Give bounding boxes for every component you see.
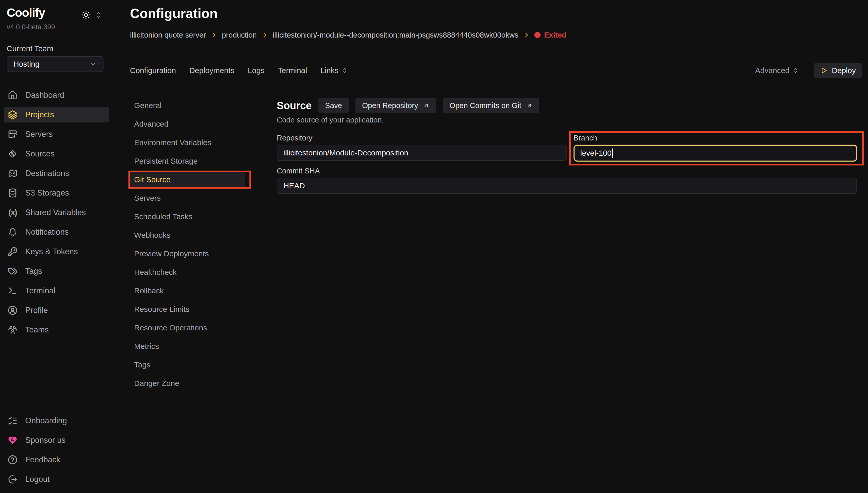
arrow-up-right-icon: [423, 102, 429, 109]
theme-toggle-button[interactable]: [81, 10, 91, 20]
tab-label: Logs: [248, 66, 264, 75]
subnav-item-scheduled-tasks[interactable]: Scheduled Tasks: [130, 207, 245, 226]
sidebar-item-dashboard[interactable]: Dashboard: [0, 85, 113, 105]
team-select-value: Hosting: [14, 60, 40, 68]
subnav-item-danger-zone[interactable]: Danger Zone: [130, 374, 245, 393]
subnav-item-git-source[interactable]: Git Source: [130, 172, 245, 187]
subnav-item-persistent-storage[interactable]: Persistent Storage: [130, 152, 245, 170]
sidebar-item-teams[interactable]: Teams: [0, 320, 113, 340]
sidebar-item-label: Tags: [25, 266, 42, 276]
branch-label: Branch: [573, 133, 857, 143]
sidebar-item-profile[interactable]: Profile: [0, 301, 113, 320]
sidebar-item-notifications[interactable]: Notifications: [0, 222, 113, 242]
source-heading: Source: [277, 100, 312, 111]
sidebar-item-label: S3 Storages: [25, 188, 69, 198]
team-select[interactable]: Hosting: [7, 56, 104, 72]
tab-deployments[interactable]: Deployments: [189, 66, 234, 75]
advanced-toggle[interactable]: Advanced: [755, 66, 799, 75]
sidebar: Coolify v4.0.0-beta.399 Current Team Hos…: [0, 0, 113, 493]
breadcrumb-environment[interactable]: production: [222, 31, 257, 39]
sidebar-item-feedback[interactable]: Feedback: [0, 450, 113, 470]
source-header: Source Save Open Repository Open Commits…: [277, 98, 539, 113]
open-commits-button[interactable]: Open Commits on Git: [443, 98, 539, 113]
subnav-item-rollback[interactable]: Rollback: [130, 281, 245, 300]
sidebar-item-keys-tokens[interactable]: Keys & Tokens: [0, 242, 113, 261]
branch-field: Branch level-100: [573, 133, 857, 162]
subnav-item-general[interactable]: General: [130, 96, 245, 115]
repository-input[interactable]: [277, 145, 567, 161]
status-dot-icon: [534, 32, 541, 38]
help-icon: [8, 455, 18, 465]
sidebar-item-sources[interactable]: Sources: [0, 144, 113, 164]
checklist-icon: [8, 416, 18, 426]
subnav-label: Scheduled Tasks: [134, 212, 192, 221]
tags-icon: [8, 266, 18, 276]
home-icon: [8, 90, 18, 100]
sidebar-item-label: Teams: [25, 325, 49, 335]
tab-terminal[interactable]: Terminal: [278, 66, 307, 75]
subnav-label: Advanced: [134, 120, 168, 128]
sidebar-item-label: Projects: [25, 110, 54, 120]
commit-sha-field: Commit SHA: [277, 166, 857, 194]
subnav-label: Rollback: [134, 286, 164, 295]
sidebar-item-tags[interactable]: Tags: [0, 261, 113, 281]
source-description: Code source of your application.: [277, 116, 384, 124]
app-version: v4.0.0-beta.399: [7, 23, 55, 31]
branch-input[interactable]: level-100: [573, 145, 857, 162]
sidebar-item-servers[interactable]: Servers: [0, 125, 113, 144]
chevrons-up-down-icon: [95, 11, 103, 19]
tab-logs[interactable]: Logs: [248, 66, 264, 75]
subnav-label: Resource Limits: [134, 305, 189, 314]
tab-label: Links: [320, 66, 339, 75]
sidebar-item-shared-variables[interactable]: (x) Shared Variables: [0, 203, 113, 222]
sidebar-item-logout[interactable]: Logout: [0, 470, 113, 489]
chevron-right-icon: [523, 31, 530, 38]
sidebar-item-s3-storages[interactable]: S3 Storages: [0, 183, 113, 203]
repository-label: Repository: [277, 133, 567, 143]
current-team-label: Current Team: [7, 44, 53, 53]
sidebar-item-sponsor[interactable]: Sponsor us: [0, 430, 113, 450]
sidebar-item-projects[interactable]: Projects: [0, 105, 113, 125]
server-icon: [8, 129, 18, 139]
header-divider: [130, 85, 862, 85]
subnav-item-webhooks[interactable]: Webhooks: [130, 226, 245, 244]
subnav-item-tags[interactable]: Tags: [130, 356, 245, 374]
subnav-label: Persistent Storage: [134, 157, 198, 166]
chevron-right-icon: [211, 31, 217, 38]
breadcrumb-project[interactable]: illicitonion quote server: [130, 31, 206, 39]
commit-sha-input[interactable]: [277, 178, 857, 194]
subnav-item-resource-operations[interactable]: Resource Operations: [130, 319, 245, 337]
sidebar-item-label: Notifications: [25, 228, 69, 237]
tab-configuration[interactable]: Configuration: [130, 66, 176, 75]
subnav-item-metrics[interactable]: Metrics: [130, 337, 245, 356]
subnav-item-healthcheck[interactable]: Healthcheck: [130, 263, 245, 281]
status-badge: Exited: [534, 31, 567, 39]
subnav-item-environment-variables[interactable]: Environment Variables: [130, 133, 245, 152]
subnav-item-preview-deployments[interactable]: Preview Deployments: [130, 244, 245, 263]
breadcrumb-application[interactable]: illicitestonion/-module--decomposition:m…: [273, 31, 518, 39]
subnav-item-servers[interactable]: Servers: [130, 189, 245, 207]
sidebar-item-label: Onboarding: [25, 416, 67, 425]
tab-label: Deployments: [189, 66, 234, 75]
arrow-up-right-icon: [526, 102, 533, 109]
open-repository-button[interactable]: Open Repository: [356, 98, 436, 113]
sidebar-size-toggle[interactable]: [95, 11, 103, 19]
sidebar-item-label: Sponsor us: [25, 436, 66, 445]
subnav-label: Danger Zone: [134, 379, 179, 388]
page-title: Configuration: [130, 6, 218, 21]
sidebar-item-label: Logout: [25, 475, 50, 484]
subnav-label: Metrics: [134, 342, 159, 351]
subnav-item-advanced[interactable]: Advanced: [130, 115, 245, 133]
coolify-logo[interactable]: Coolify: [7, 6, 45, 20]
tab-links[interactable]: Links: [320, 66, 348, 75]
subnav-item-resource-limits[interactable]: Resource Limits: [130, 300, 245, 319]
sidebar-item-terminal[interactable]: Terminal: [0, 281, 113, 301]
subnav-label: Environment Variables: [134, 138, 211, 147]
sidebar-item-destinations[interactable]: Destinations: [0, 164, 113, 183]
save-button[interactable]: Save: [318, 98, 349, 113]
chevron-down-icon: [90, 61, 97, 68]
deploy-button[interactable]: Deploy: [814, 63, 862, 78]
sidebar-item-onboarding[interactable]: Onboarding: [0, 411, 113, 430]
breadcrumb: illicitonion quote server production ill…: [130, 30, 567, 40]
subnav-label: General: [134, 101, 162, 110]
